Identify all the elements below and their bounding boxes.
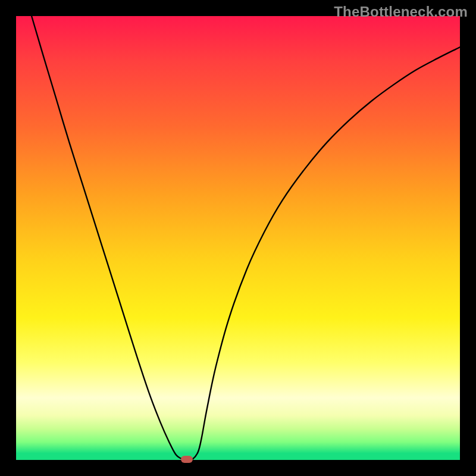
bottleneck-curve (32, 16, 460, 460)
watermark-text: TheBottleneck.com (334, 4, 468, 20)
curve-svg (16, 16, 460, 460)
optimal-point-marker (181, 456, 193, 463)
chart-container: TheBottleneck.com (0, 0, 476, 476)
plot-area (16, 16, 460, 460)
